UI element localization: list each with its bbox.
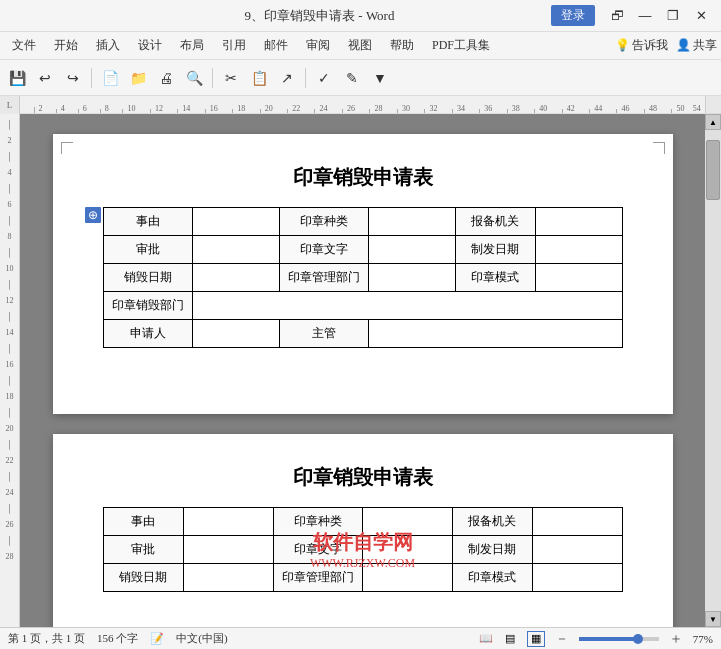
zoom-slider[interactable] (579, 637, 659, 641)
format-button[interactable]: ✎ (339, 65, 365, 91)
open-button[interactable]: 📁 (125, 65, 151, 91)
cell-value[interactable] (535, 208, 622, 236)
cell-value[interactable] (192, 264, 279, 292)
zoom-level: 77% (693, 633, 713, 645)
minimize-button[interactable]: — (633, 6, 657, 26)
ruler-scroll (705, 96, 721, 113)
cell-value[interactable] (532, 564, 622, 592)
cell-label: 事由 (103, 508, 183, 536)
toolbar-sep-3 (305, 68, 306, 88)
cell-label: 制发日期 (455, 236, 535, 264)
redo-button[interactable]: ↪ (60, 65, 86, 91)
scroll-track[interactable] (705, 130, 721, 611)
cell-value[interactable] (183, 564, 273, 592)
cell-value[interactable] (192, 208, 279, 236)
cell-label: 印章销毁部门 (103, 292, 192, 320)
zoom-fill (579, 637, 635, 641)
cell-label: 销毁日期 (103, 264, 192, 292)
title-bar: 9、印章销毁申请表 - Word 登录 🗗 — ❐ ✕ (0, 0, 721, 32)
zoom-thumb[interactable] (633, 634, 643, 644)
page-1: 印章销毁申请表 ⊕ 事由 印章种类 报备机关 (53, 134, 673, 414)
menu-mail[interactable]: 邮件 (256, 35, 296, 56)
spell-check-button[interactable]: ✓ (311, 65, 337, 91)
print-preview-button[interactable]: 🔍 (181, 65, 207, 91)
ruler-corner: L (0, 96, 20, 114)
table-row: 申请人 主管 (103, 320, 622, 348)
cell-value[interactable] (183, 536, 273, 564)
menu-tellme[interactable]: 💡 告诉我 (615, 37, 668, 54)
cell-value[interactable] (532, 536, 622, 564)
menu-bar: 文件 开始 插入 设计 布局 引用 邮件 审阅 视图 帮助 PDF工具集 💡 告… (0, 32, 721, 60)
more-button[interactable]: ▼ (367, 65, 393, 91)
cell-value[interactable] (362, 536, 452, 564)
cell-value[interactable] (368, 208, 455, 236)
cell-value[interactable] (368, 320, 622, 348)
print-button[interactable]: 🖨 (153, 65, 179, 91)
web-view-button[interactable]: ▦ (527, 631, 545, 647)
table-row: 审批 印章文字 制发日期 (103, 236, 622, 264)
focus-icon: 📖 (479, 632, 493, 645)
zoom-out-button[interactable]: － (553, 630, 571, 648)
document-area[interactable]: 印章销毁申请表 ⊕ 事由 印章种类 报备机关 (20, 114, 705, 627)
cell-label: 主管 (279, 320, 368, 348)
menu-pdf[interactable]: PDF工具集 (424, 35, 498, 56)
zoom-in-button[interactable]: ＋ (667, 630, 685, 648)
menu-insert[interactable]: 插入 (88, 35, 128, 56)
restore-button[interactable]: ❐ (661, 6, 685, 26)
cell-label: 印章模式 (455, 264, 535, 292)
cut-button[interactable]: ✂ (218, 65, 244, 91)
cell-value[interactable] (192, 292, 622, 320)
status-wordcount: 156 个字 (97, 631, 138, 646)
table-row: 审批 印章文字 制发日期 (103, 536, 622, 564)
undo-button[interactable]: ↩ (32, 65, 58, 91)
table-add-button[interactable]: ⊕ (85, 207, 101, 223)
cell-value[interactable] (183, 508, 273, 536)
table-wrapper-2: 事由 印章种类 报备机关 审批 印章文字 制发日期 (103, 507, 623, 592)
menu-share[interactable]: 👤 共享 (676, 37, 717, 54)
status-language: 中文(中国) (176, 631, 227, 646)
close-button[interactable]: ✕ (689, 6, 713, 26)
table-row: 印章销毁部门 (103, 292, 622, 320)
cell-label: 印章管理部门 (273, 564, 362, 592)
page-2: 印章销毁申请表 事由 印章种类 报备机关 审批 (53, 434, 673, 627)
print-view-button[interactable]: ▤ (501, 631, 519, 647)
cell-value[interactable] (532, 508, 622, 536)
save-button[interactable]: 💾 (4, 65, 30, 91)
cell-value[interactable] (362, 564, 452, 592)
menu-review[interactable]: 审阅 (298, 35, 338, 56)
cell-label: 审批 (103, 536, 183, 564)
cell-value[interactable] (368, 264, 455, 292)
cell-value[interactable] (362, 508, 452, 536)
menu-help[interactable]: 帮助 (382, 35, 422, 56)
title-text: 9、印章销毁申请表 - Word (88, 7, 551, 25)
table-wrapper-1: ⊕ 事由 印章种类 报备机关 (103, 207, 623, 348)
cell-value[interactable] (535, 264, 622, 292)
cell-label: 制发日期 (452, 536, 532, 564)
cell-label: 事由 (103, 208, 192, 236)
cell-value[interactable] (192, 320, 279, 348)
status-page: 第 1 页，共 1 页 (8, 631, 85, 646)
menu-view[interactable]: 视图 (340, 35, 380, 56)
login-button[interactable]: 登录 (551, 5, 595, 26)
cell-label: 印章种类 (273, 508, 362, 536)
copy-button[interactable]: 📋 (246, 65, 272, 91)
cell-value[interactable] (535, 236, 622, 264)
menu-layout[interactable]: 布局 (172, 35, 212, 56)
scroll-down-button[interactable]: ▼ (705, 611, 721, 627)
corner-tl (61, 142, 73, 154)
scroll-up-button[interactable]: ▲ (705, 114, 721, 130)
new-button[interactable]: 📄 (97, 65, 123, 91)
menu-start[interactable]: 开始 (46, 35, 86, 56)
window-icon-button[interactable]: 🗗 (605, 6, 629, 26)
scroll-thumb[interactable] (706, 140, 720, 200)
scrollbar-vertical[interactable]: ▲ ▼ (705, 114, 721, 627)
cell-value[interactable] (192, 236, 279, 264)
cell-value[interactable] (368, 236, 455, 264)
cell-label: 印章模式 (452, 564, 532, 592)
menu-reference[interactable]: 引用 (214, 35, 254, 56)
paste-button[interactable]: ↗ (274, 65, 300, 91)
menu-file[interactable]: 文件 (4, 35, 44, 56)
share-icon: 👤 (676, 38, 691, 53)
menu-design[interactable]: 设计 (130, 35, 170, 56)
ruler-container: L 2 4 6 8 10 12 14 16 18 20 22 24 (0, 96, 721, 114)
